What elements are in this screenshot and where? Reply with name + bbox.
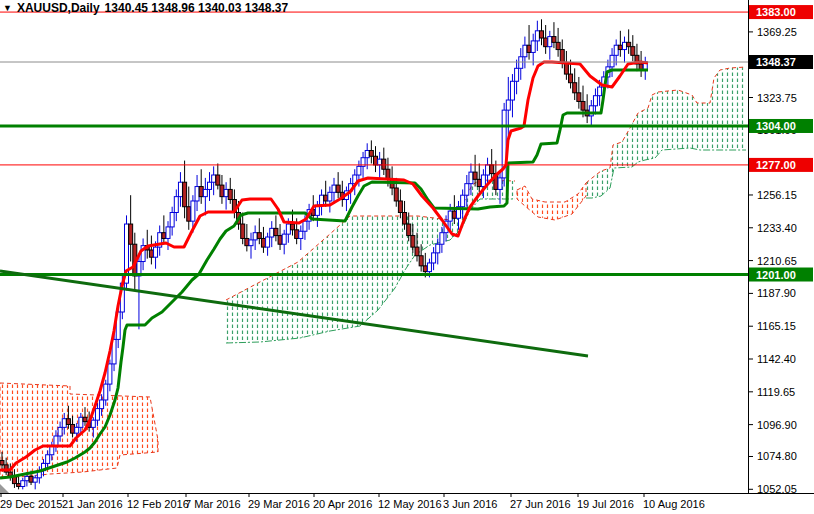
candle [631,35,635,61]
candle [502,103,506,187]
y-axis-tick-label: 1074.80 [757,450,797,462]
price-tag-level-1277.00: 1277.00 [749,158,813,172]
candle [208,172,212,201]
candle [340,181,344,207]
candle [174,189,178,221]
candle [531,34,535,66]
y-axis-labels: 1369.251323.751301.001256.151233.401210.… [748,26,797,495]
ichimoku-cloud-layer [0,67,746,477]
x-axis-date-label: 19 Jul 2016 [577,498,634,510]
candle [141,238,145,270]
candle [540,19,544,45]
candle [253,225,257,250]
candle [145,230,149,259]
candle [328,187,332,213]
candle [299,225,303,250]
candle [178,172,182,207]
candle [220,175,224,204]
candle [149,236,153,265]
candle [199,169,203,204]
x-axis-date-label: 7 Mar 2016 [185,498,241,510]
x-axis-labels: 29 Dec 201521 Jan 201612 Feb 20167 Mar 2… [0,493,705,510]
candle [374,146,378,172]
candle [515,60,519,95]
candle [158,225,162,255]
candle [336,172,340,198]
price-tag-level-1201.00: 1201.00 [749,268,813,282]
candle [129,195,133,261]
candle [527,25,531,60]
candle [610,48,614,77]
candle [552,22,556,48]
candle [17,476,21,489]
candle [183,161,187,219]
candle [162,215,166,244]
candle [282,230,286,255]
candle [639,51,643,77]
svg-text:1304.00: 1304.00 [756,120,796,132]
candle [33,475,37,489]
y-axis-tick-label: 1210.65 [757,255,797,267]
y-axis-tick-label: 1165.15 [757,320,796,332]
candle [473,155,477,187]
candle [232,189,236,218]
candle [510,74,514,117]
candle [618,31,622,57]
candle [21,478,25,490]
candle [544,25,548,54]
price-tag-level-1304.00: 1304.00 [749,119,813,133]
y-axis-tick-label: 1187.90 [757,287,796,299]
x-axis-date-label: 12 Feb 2016 [127,498,189,510]
candle [266,233,270,256]
y-axis-tick-label: 1142.40 [757,353,796,365]
candle [245,224,249,251]
candle [398,189,402,218]
candle [187,187,191,230]
candle [249,233,253,259]
y-axis-tick-label: 1052.05 [757,483,797,495]
candle [432,247,436,270]
chart-title: ▼ XAUUSD,Daily 1340.45 1348.96 1340.03 1… [3,1,288,15]
candle [556,28,560,57]
price-chart-canvas[interactable]: 1369.251323.751301.001256.151233.401210.… [0,0,814,514]
candle [320,189,324,215]
candle [535,21,539,51]
candle [324,181,328,207]
svg-text:1383.00: 1383.00 [756,6,796,18]
candle [585,94,589,123]
candle [203,178,207,215]
ohlc-values: 1340.45 1348.96 1340.03 1348.37 [105,1,289,15]
scroll-position-marker[interactable] [0,484,9,493]
candle [369,140,373,163]
candle [573,68,577,100]
candle [274,215,278,241]
x-axis-date-label: 20 Apr 2016 [313,498,372,510]
candle [257,218,261,244]
y-axis-tick-label: 1369.25 [757,26,797,38]
y-axis-tick-label: 1256.15 [757,189,797,201]
ichimoku-red-cloud [517,183,586,220]
price-tags: 1383.001304.001277.001201.001348.37 [749,5,813,281]
candle [382,148,386,175]
x-axis-date-label: 3 Jun 2016 [443,498,497,510]
candle [577,77,581,109]
candle [216,163,220,189]
candle [635,44,639,71]
price-tag-level-1383.00: 1383.00 [749,5,813,19]
candle [627,29,631,54]
x-axis-date-label: 27 Jun 2016 [510,498,571,510]
candle [278,224,282,250]
x-axis-date-label: 12 May 2016 [378,498,442,510]
candle [548,31,552,60]
candle [344,187,348,212]
candle [224,182,228,209]
chart-area[interactable]: ▼ XAUUSD,Daily 1340.45 1348.96 1340.03 1… [0,0,814,514]
y-axis-tick-label: 1323.75 [757,92,797,104]
symbol-dropdown-icon[interactable]: ▼ [3,2,12,14]
candle [643,57,647,80]
y-axis-tick-label: 1119.65 [757,386,795,398]
y-axis-tick-label: 1233.40 [757,222,797,234]
candle [523,37,527,69]
candle [623,37,627,63]
svg-text:1277.00: 1277.00 [756,159,796,171]
